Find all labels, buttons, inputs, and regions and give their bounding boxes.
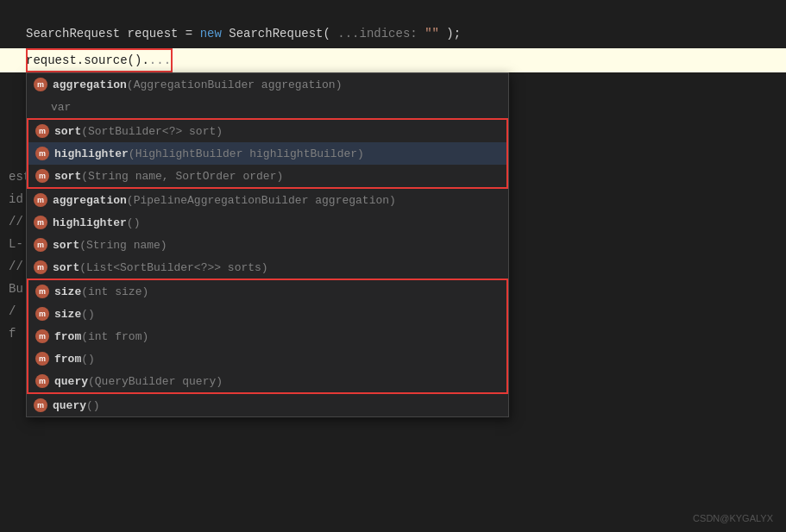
- method-icon: m: [34, 216, 47, 229]
- ac-method-params: (String name): [79, 239, 167, 252]
- ac-method-params: (PipelineAggregationBuilder aggregation): [127, 194, 396, 207]
- ac-method-params: (AggregationBuilder aggregation): [127, 78, 343, 91]
- ac-item-var[interactable]: var: [27, 96, 508, 118]
- keyword-new: new: [200, 27, 222, 41]
- method-icon: m: [35, 329, 49, 343]
- method-icon: m: [35, 124, 49, 138]
- ac-method-name: sort: [54, 170, 81, 183]
- ac-method-name: sort: [54, 125, 81, 138]
- code-text: SearchRequest(: [229, 27, 330, 41]
- ac-var-name: var: [51, 101, 71, 114]
- ac-method-name: query: [54, 375, 88, 388]
- method-icon: m: [35, 307, 49, 321]
- ac-method-name: sort: [53, 261, 79, 274]
- code-text: );: [446, 27, 461, 41]
- ac-item-aggregation-1[interactable]: m aggregation (AggregationBuilder aggreg…: [27, 73, 508, 96]
- ac-method-params: (HighlightBuilder highlightBuilder): [129, 147, 364, 160]
- ac-method-params: (SortBuilder<?> sort): [81, 125, 223, 138]
- ac-method-params: (int size): [81, 285, 148, 298]
- ac-item-sort-4[interactable]: m sort (List<SortBuilder<?>> sorts): [27, 256, 508, 279]
- autocomplete-dropdown[interactable]: m aggregation (AggregationBuilder aggreg…: [26, 72, 509, 417]
- ac-method-params: (): [86, 399, 100, 412]
- code-line-1: SearchRequest request = new SearchReques…: [26, 24, 760, 43]
- ac-method-params: (): [127, 216, 141, 229]
- ac-item-size-2[interactable]: m size (): [28, 303, 506, 325]
- ac-method-name: from: [54, 330, 81, 343]
- method-icon: m: [34, 193, 47, 207]
- code-text: SearchRequest request =: [26, 27, 200, 41]
- ac-item-size-1[interactable]: m size (int size): [28, 280, 506, 303]
- ac-method-name: aggregation: [53, 78, 127, 91]
- ac-item-from-1[interactable]: m from (int from): [28, 325, 506, 347]
- watermark: CSDN@KYGALYX: [693, 513, 773, 523]
- ac-item-highlighter-2[interactable]: m highlighter (): [27, 211, 508, 234]
- ac-item-highlighter-1[interactable]: m highlighter (HighlightBuilder highligh…: [28, 142, 506, 165]
- ac-method-name: highlighter: [54, 147, 129, 160]
- ac-method-params: (List<SortBuilder<?>> sorts): [79, 261, 267, 274]
- ac-method-name: highlighter: [53, 216, 127, 229]
- ac-item-query-1[interactable]: m query (QueryBuilder query): [28, 370, 506, 392]
- ac-method-name: aggregation: [53, 194, 127, 207]
- method-icon: m: [35, 169, 49, 183]
- method-icon: m: [35, 147, 49, 160]
- ac-method-params: (QueryBuilder query): [88, 375, 223, 388]
- method-icon: m: [34, 78, 47, 91]
- method-icon: m: [35, 285, 49, 298]
- code-comment: ...indices:: [337, 27, 424, 41]
- ac-item-sort-2[interactable]: m sort (String name, SortOrder order): [28, 165, 506, 187]
- ac-item-aggregation-2[interactable]: m aggregation (PipelineAggregationBuilde…: [27, 189, 508, 211]
- method-icon: m: [35, 352, 49, 366]
- method-icon: m: [34, 238, 47, 252]
- ac-method-params: (): [81, 353, 95, 366]
- red-group-2: m size (int size) m size () m from (int …: [27, 279, 508, 394]
- ac-item-sort-3[interactable]: m sort (String name): [27, 234, 508, 256]
- ac-method-params: (String name, SortOrder order): [81, 170, 283, 183]
- editor-area: SearchRequest request = new SearchReques…: [0, 0, 786, 532]
- ac-item-query-2[interactable]: m query (): [27, 394, 508, 416]
- string-literal: "": [424, 27, 439, 41]
- ac-method-params: (int from): [81, 330, 148, 343]
- red-group-1: m sort (SortBuilder<?> sort) m highlight…: [27, 118, 508, 189]
- method-icon: m: [34, 260, 47, 274]
- ac-method-name: size: [54, 308, 81, 321]
- ac-item-sort-1[interactable]: m sort (SortBuilder<?> sort): [28, 120, 506, 142]
- ac-item-from-2[interactable]: m from (): [28, 347, 506, 370]
- ac-method-params: (): [81, 308, 95, 321]
- ac-method-name: size: [54, 285, 81, 298]
- method-icon: m: [34, 398, 47, 412]
- ac-method-name: from: [54, 353, 81, 366]
- active-line-red-border: [26, 48, 173, 72]
- ac-method-name: sort: [53, 239, 79, 252]
- ac-method-name: query: [53, 399, 86, 412]
- method-icon: m: [35, 374, 49, 388]
